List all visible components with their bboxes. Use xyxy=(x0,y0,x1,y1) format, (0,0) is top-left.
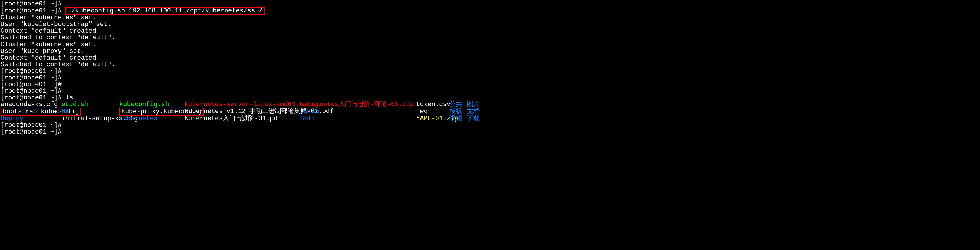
file-wq: :wq xyxy=(416,108,449,116)
dir-downloads: 下载 xyxy=(467,116,484,122)
prompt: [root@node01 ~]# xyxy=(1,81,62,88)
ls-row-3: Deploy initial-setup-ks.cfg kubernetes K… xyxy=(1,116,979,122)
prompt-line: [root@node01 ~]# xyxy=(1,88,979,95)
file-anaconda: anaconda-ks.cfg xyxy=(1,101,61,108)
dir-soft: Soft xyxy=(300,116,416,122)
output-line: User "kube-proxy" set. xyxy=(1,48,979,55)
prompt: [root@node01 ~]# xyxy=(1,87,62,95)
ls-row-1: anaconda-ks.cfg etcd.sh kubeconfig.sh ku… xyxy=(1,101,979,108)
file-token-csv: token.csv xyxy=(416,101,449,108)
output-line: Context "default" created. xyxy=(1,55,979,61)
prompt: [root@node01 ~]# xyxy=(1,74,62,82)
output-line: Context "default" created. xyxy=(1,28,979,35)
file-yaml-zip: YAML-01.zip xyxy=(416,116,449,122)
ls-row-2: bootstrap.kubeconfig HA kube-proxy.kubec… xyxy=(1,108,979,116)
terminal-output[interactable]: [root@node01 ~]# [root@node01 ~]# ./kube… xyxy=(1,1,979,135)
dir-videos: 视频 xyxy=(449,116,467,122)
prompt: [root@node01 ~]# xyxy=(1,122,62,129)
dir-documents: 文档 xyxy=(467,108,484,116)
prompt: [root@node01 ~]# xyxy=(1,128,62,136)
dir-public: 公共 xyxy=(449,101,467,108)
dir-ha: HA xyxy=(61,108,119,116)
file-k8s-pdf-1: Kubernetes v1.12 手动二进制部署集群-01.pdf xyxy=(185,108,300,116)
dir-templates: 模板 xyxy=(449,108,467,116)
output-line: Switched to context "default". xyxy=(1,35,979,41)
prompt-line: [root@node01 ~]# xyxy=(1,74,979,81)
prompt-line: [root@node01 ~]# xyxy=(1,1,979,7)
prompt: [root@node01 ~]# xyxy=(1,7,65,14)
dir-perl5: perl5 xyxy=(300,108,416,116)
file-k8s-zip: Kubernetes入门与进阶-部署-01.zip xyxy=(300,101,416,108)
file-k8s-server-tar: kubernetes-server-linux-amd64.tar.gz xyxy=(185,101,300,108)
prompt-line: [root@node01 ~]# xyxy=(1,81,979,88)
dir-pictures: 图片 xyxy=(467,101,484,108)
prompt-line: [root@node01 ~]# xyxy=(1,68,979,74)
output-line: Switched to context "default". xyxy=(1,61,979,68)
prompt: [root@node01 ~]# xyxy=(1,0,62,8)
command-line-2: [root@node01 ~]# ls xyxy=(1,95,979,101)
file-etcd-sh: etcd.sh xyxy=(61,101,119,108)
file-k8s-pdf-2: Kubernetes入门与进阶-01.pdf xyxy=(185,116,300,122)
file-kubeconfig-sh: kubeconfig.sh xyxy=(119,101,185,108)
prompt: [root@node01 ~]# xyxy=(1,94,65,101)
command-line-1: [root@node01 ~]# ./kubeconfig.sh 192.168… xyxy=(1,7,979,14)
prompt-line: [root@node01 ~]# xyxy=(1,129,979,135)
file-initial-setup: initial-setup-ks.cfg xyxy=(61,116,119,122)
prompt: [root@node01 ~]# xyxy=(1,68,62,75)
output-line: Cluster "kubernetes" set. xyxy=(1,14,979,21)
prompt-line: [root@node01 ~]# xyxy=(1,122,979,129)
highlighted-command: ./kubeconfig.sh 192.168.100.11 /opt/kube… xyxy=(65,6,264,15)
output-line: Cluster "kubernetes" set. xyxy=(1,41,979,48)
output-line: User "kubelet-bootstrap" set. xyxy=(1,21,979,28)
dir-kubernetes: kubernetes xyxy=(119,116,185,122)
ls-command: ls xyxy=(65,94,73,101)
dir-deploy: Deploy xyxy=(1,116,61,122)
